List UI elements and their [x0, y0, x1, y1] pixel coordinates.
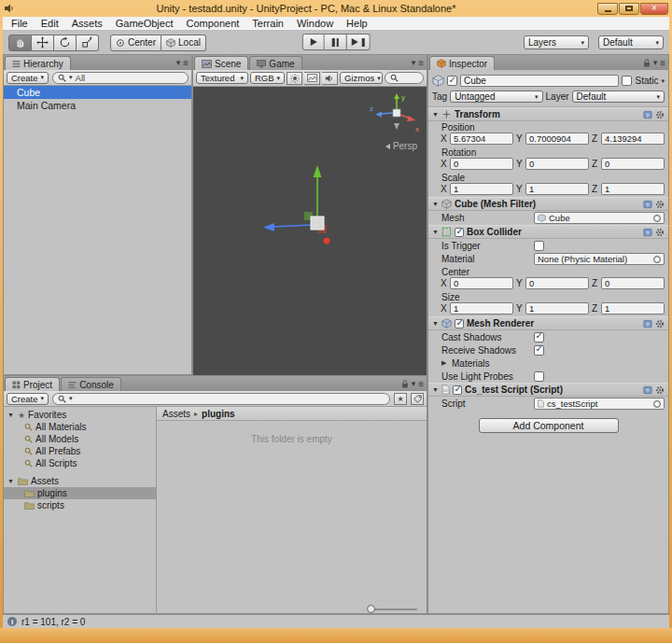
scale-tool-button[interactable] [77, 35, 99, 51]
assets-root[interactable]: ▼ Assets [4, 475, 156, 487]
skybox-toggle-button[interactable] [304, 72, 320, 85]
foldout-icon[interactable]: ▼ [432, 320, 439, 327]
pause-button[interactable] [325, 34, 347, 50]
help-book-icon[interactable]: ? [643, 110, 652, 119]
gizmos-dropdown[interactable]: Gizmos▾ [340, 72, 383, 84]
favorite-all-models[interactable]: All Models [4, 433, 156, 445]
tab-project[interactable]: Project [5, 377, 60, 391]
tag-dropdown[interactable]: Untagged▾ [450, 91, 542, 103]
hand-tool-button[interactable] [8, 35, 32, 51]
mesh-field[interactable]: Cube [534, 212, 665, 224]
hierarchy-item-cube[interactable]: Cube [4, 86, 191, 99]
rotation-y-field[interactable]: 0 [525, 158, 589, 170]
orientation-gizmo[interactable]: y z x [369, 91, 423, 135]
hierarchy-create-button[interactable]: Create▾ [7, 72, 49, 84]
position-y-field[interactable]: 0.7000904 [525, 133, 589, 145]
chevron-down-icon[interactable]: ▾ [661, 77, 665, 85]
move-gizmo[interactable] [261, 158, 373, 260]
foldout-icon[interactable]: ▶ [441, 359, 449, 367]
menu-window[interactable]: Window [290, 18, 340, 29]
size-z-field[interactable]: 1 [601, 302, 665, 315]
box-collider-enabled-checkbox[interactable] [455, 228, 464, 237]
render-mode-dropdown[interactable]: Textured▾ [196, 72, 248, 84]
title-bar[interactable]: Unity - testadd.unity - UnityProject - P… [0, 0, 672, 17]
folder-plugins[interactable]: plugins [4, 487, 156, 499]
search-by-type-button[interactable]: ★ [394, 393, 407, 405]
inspector-panel-menu[interactable]: ▾≡ [643, 58, 665, 67]
project-search-input[interactable]: ▾ [52, 393, 390, 405]
slider-knob[interactable] [367, 605, 375, 613]
hierarchy-item-main-camera[interactable]: Main Camera [4, 99, 191, 112]
add-component-button[interactable]: Add Component [479, 418, 619, 433]
favorites-root[interactable]: ▼ ★ Favorites [4, 409, 156, 421]
object-name-field[interactable]: Cube [460, 75, 619, 87]
play-button[interactable] [302, 34, 325, 50]
center-z-field[interactable]: 0 [601, 277, 665, 289]
layers-dropdown[interactable]: Layers▾ [524, 35, 589, 49]
lighting-toggle-button[interactable] [287, 72, 302, 85]
mesh-renderer-header[interactable]: ▼ Mesh Renderer ? [428, 316, 668, 330]
favorite-all-materials[interactable]: All Materials [4, 421, 156, 433]
active-checkbox[interactable] [447, 76, 457, 86]
step-button[interactable] [347, 34, 371, 50]
layer-dropdown[interactable]: Default▾ [572, 91, 665, 103]
favorite-all-prefabs[interactable]: All Prefabs [4, 445, 156, 457]
size-x-field[interactable]: 1 [450, 302, 513, 315]
script-component-header[interactable]: ▼ C# Cs_test Script (Script) ? [428, 383, 668, 397]
rotation-x-field[interactable]: 0 [450, 158, 513, 170]
object-picker-icon[interactable] [653, 215, 661, 222]
tab-hierarchy[interactable]: Hierarchy [5, 56, 71, 70]
search-by-label-button[interactable] [411, 393, 424, 405]
menu-help[interactable]: Help [340, 18, 374, 29]
tab-game[interactable]: Game [249, 56, 301, 70]
breadcrumb-assets[interactable]: Assets [162, 409, 190, 419]
use-light-probes-checkbox[interactable] [534, 371, 544, 382]
tab-inspector[interactable]: Inspector [429, 56, 495, 70]
materials-foldout[interactable]: ▶ Materials [428, 356, 668, 370]
breadcrumb-plugins[interactable]: plugins [202, 409, 235, 419]
gear-icon[interactable] [655, 200, 665, 209]
static-checkbox[interactable] [622, 76, 632, 86]
pivot-toggle-button[interactable]: Center [110, 35, 161, 51]
object-picker-icon[interactable] [653, 400, 661, 408]
scale-y-field[interactable]: 1 [525, 183, 589, 195]
menu-edit[interactable]: Edit [35, 18, 65, 29]
foldout-icon[interactable]: ▼ [432, 111, 439, 118]
foldout-icon[interactable]: ▼ [432, 386, 439, 393]
menu-file[interactable]: File [5, 18, 35, 29]
object-picker-icon[interactable] [653, 256, 661, 263]
status-bar[interactable]: i r1 = 101, r2 = 0 [3, 614, 669, 628]
menu-component[interactable]: Component [179, 18, 245, 29]
scale-z-field[interactable]: 1 [601, 183, 665, 195]
help-book-icon[interactable]: ? [643, 228, 652, 237]
scene-viewport[interactable]: y z x Persp [193, 87, 427, 376]
folder-scripts[interactable]: scripts [4, 499, 156, 511]
scene-panel-menu[interactable]: ▾≡ [412, 58, 424, 67]
render-channel-dropdown[interactable]: RGB▾ [250, 72, 285, 84]
rotation-z-field[interactable]: 0 [601, 158, 665, 170]
foldout-icon[interactable]: ▼ [7, 478, 15, 484]
close-button[interactable]: × [640, 3, 668, 15]
tab-console[interactable]: Console [61, 377, 121, 391]
scene-search-input[interactable] [385, 72, 424, 84]
layout-dropdown[interactable]: Default▾ [598, 35, 664, 49]
center-y-field[interactable]: 0 [525, 277, 589, 289]
move-tool-button[interactable] [32, 35, 54, 51]
help-book-icon[interactable]: ? [643, 319, 652, 328]
position-z-field[interactable]: 4.139294 [601, 133, 665, 145]
help-book-icon[interactable]: ? [643, 385, 652, 395]
project-panel-menu[interactable]: ▾≡ [401, 379, 424, 388]
transform-header[interactable]: ▼ Transform ? [428, 107, 668, 121]
center-x-field[interactable]: 0 [450, 277, 513, 289]
persp-label[interactable]: Persp [385, 141, 417, 151]
menu-gameobject[interactable]: GameObject [109, 18, 180, 29]
tab-scene[interactable]: Scene [194, 56, 248, 70]
foldout-icon[interactable]: ▼ [7, 412, 15, 418]
size-y-field[interactable]: 1 [525, 302, 589, 315]
is-trigger-checkbox[interactable] [534, 241, 544, 251]
project-create-button[interactable]: Create▾ [7, 393, 49, 405]
foldout-icon[interactable]: ▼ [432, 201, 439, 207]
gear-icon[interactable] [655, 385, 665, 395]
mesh-renderer-enabled-checkbox[interactable] [455, 319, 464, 328]
audio-toggle-button[interactable] [322, 72, 338, 85]
